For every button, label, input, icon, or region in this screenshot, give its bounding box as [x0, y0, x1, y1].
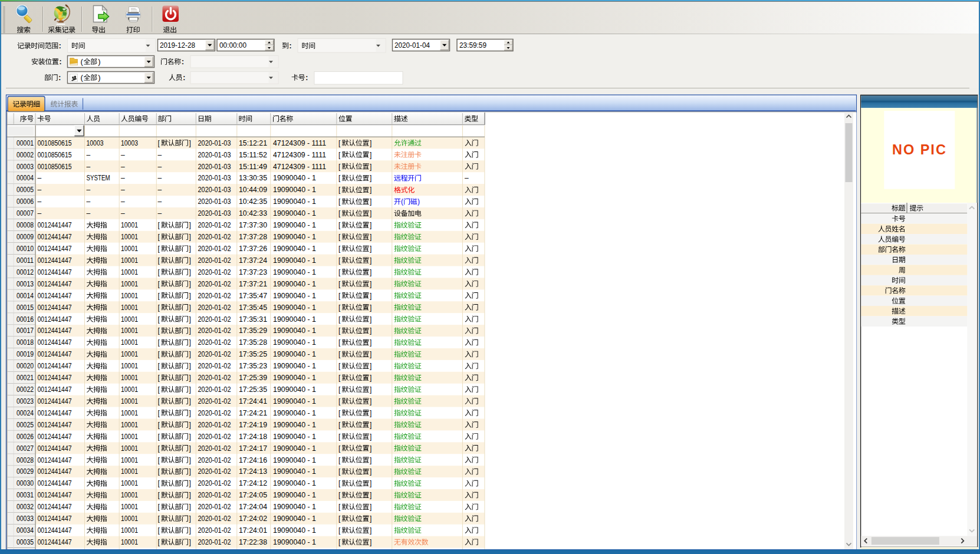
svg-text:00029: 00029	[17, 467, 34, 476]
svg-text:10001: 10001	[121, 292, 138, 300]
svg-text:19090040 - 1: 19090040 - 1	[273, 433, 316, 441]
svg-text:]: ]	[370, 362, 371, 370]
svg-text:]: ]	[189, 467, 191, 476]
svg-text:–: –	[87, 163, 91, 171]
svg-text:0010850615: 0010850615	[38, 139, 72, 147]
svg-text:17:22:38: 17:22:38	[239, 538, 267, 546]
svg-text:]: ]	[370, 421, 371, 429]
svg-text:]: ]	[189, 280, 191, 288]
svg-text:19090040 - 1: 19090040 - 1	[273, 491, 316, 499]
svg-text:00008: 00008	[17, 221, 34, 229]
svg-text:2020-01-02: 2020-01-02	[198, 233, 231, 241]
svg-text:17:24:17: 17:24:17	[239, 444, 267, 453]
svg-text:13:30:35: 13:30:35	[239, 174, 267, 182]
svg-text:19090040 - 1: 19090040 - 1	[273, 515, 316, 523]
svg-text:10:44:09: 10:44:09	[239, 186, 267, 194]
svg-text:00018: 00018	[17, 338, 34, 347]
svg-text:]: ]	[189, 491, 191, 499]
svg-text:00021: 00021	[17, 374, 34, 382]
svg-text:]: ]	[189, 444, 191, 453]
svg-text:]: ]	[189, 397, 191, 405]
svg-text:0012441447: 0012441447	[38, 503, 72, 511]
svg-text:2020-01-03: 2020-01-03	[198, 174, 231, 182]
svg-text:00032: 00032	[17, 503, 34, 511]
svg-text::: :	[60, 58, 62, 66]
svg-text:): )	[417, 197, 420, 206]
svg-text:19090040 - 1: 19090040 - 1	[273, 421, 316, 429]
svg-text::: :	[182, 58, 184, 66]
svg-text:10001: 10001	[121, 362, 138, 370]
svg-text:00028: 00028	[17, 456, 34, 464]
svg-text:19090040 - 1: 19090040 - 1	[273, 292, 316, 300]
svg-text:00027: 00027	[17, 444, 34, 453]
svg-text:2020-01-02: 2020-01-02	[198, 268, 231, 276]
svg-text:–: –	[38, 209, 42, 217]
svg-text:10001: 10001	[121, 338, 138, 347]
svg-text:0010850615: 0010850615	[38, 163, 72, 171]
svg-text:19090040 - 1: 19090040 - 1	[273, 268, 316, 276]
svg-text:]: ]	[370, 304, 371, 312]
svg-text:19090040 - 1: 19090040 - 1	[273, 526, 316, 535]
svg-text:–: –	[158, 174, 162, 182]
svg-text:–: –	[121, 186, 125, 194]
svg-text:10003: 10003	[121, 139, 138, 147]
svg-text:]: ]	[370, 526, 371, 535]
svg-text:]: ]	[370, 233, 371, 241]
svg-text:]: ]	[370, 538, 371, 546]
svg-text:]: ]	[370, 280, 371, 288]
svg-text:–: –	[158, 186, 162, 194]
svg-text:]: ]	[370, 350, 371, 358]
svg-text:17:25:35: 17:25:35	[239, 385, 267, 394]
svg-text:2019-12-28: 2019-12-28	[160, 41, 195, 50]
svg-text:]: ]	[370, 163, 371, 171]
svg-text:2020-01-02: 2020-01-02	[198, 245, 231, 253]
svg-text:10001: 10001	[121, 456, 138, 464]
svg-text:2020-01-02: 2020-01-02	[198, 456, 231, 464]
svg-text:0012441447: 0012441447	[38, 362, 72, 370]
svg-text:19090040 - 1: 19090040 - 1	[273, 397, 316, 405]
svg-text:00014: 00014	[17, 292, 34, 300]
svg-text:0012441447: 0012441447	[38, 444, 72, 453]
svg-text:00026: 00026	[17, 433, 34, 441]
svg-text:0012441447: 0012441447	[38, 338, 72, 347]
svg-text:10001: 10001	[121, 327, 138, 335]
svg-text:10001: 10001	[121, 538, 138, 546]
svg-text:]: ]	[189, 421, 191, 429]
svg-text:17:24:01: 17:24:01	[239, 526, 267, 535]
svg-text:2020-01-02: 2020-01-02	[198, 327, 231, 335]
svg-text:00003: 00003	[17, 163, 34, 171]
svg-text:15:11:49: 15:11:49	[239, 163, 267, 171]
svg-text:00033: 00033	[17, 515, 34, 523]
svg-text:–: –	[38, 186, 42, 194]
svg-text:0012441447: 0012441447	[38, 385, 72, 394]
svg-text:]: ]	[370, 327, 371, 335]
svg-text:10001: 10001	[121, 280, 138, 288]
svg-text:2020-01-03: 2020-01-03	[198, 209, 231, 217]
svg-text:19090040 - 1: 19090040 - 1	[273, 538, 316, 546]
svg-text:0012441447: 0012441447	[38, 304, 72, 312]
svg-text:10001: 10001	[121, 433, 138, 441]
svg-text:2020-01-03: 2020-01-03	[198, 186, 231, 194]
svg-text:10:42:33: 10:42:33	[239, 209, 267, 217]
svg-text:]: ]	[370, 491, 371, 499]
svg-text:00015: 00015	[17, 304, 34, 312]
svg-text:]: ]	[189, 538, 191, 546]
svg-text:10001: 10001	[121, 385, 138, 394]
svg-text:0012441447: 0012441447	[38, 397, 72, 405]
svg-text:–: –	[87, 197, 91, 206]
svg-text:2020-01-02: 2020-01-02	[198, 385, 231, 394]
svg-text:]: ]	[370, 397, 371, 405]
svg-text:]: ]	[370, 456, 371, 464]
svg-text:]: ]	[189, 338, 191, 347]
svg-text:0012441447: 0012441447	[38, 526, 72, 535]
svg-text:]: ]	[189, 385, 191, 394]
svg-text:(: (	[401, 197, 403, 206]
svg-text:]: ]	[189, 374, 191, 382]
svg-text:2020-01-02: 2020-01-02	[198, 315, 231, 324]
svg-text:2020-01-02: 2020-01-02	[198, 467, 231, 476]
svg-text:10001: 10001	[121, 467, 138, 476]
svg-text:00011: 00011	[17, 256, 34, 265]
svg-text:2020-01-02: 2020-01-02	[198, 433, 231, 441]
svg-text:10001: 10001	[121, 515, 138, 523]
svg-text:17:24:12: 17:24:12	[239, 479, 267, 487]
